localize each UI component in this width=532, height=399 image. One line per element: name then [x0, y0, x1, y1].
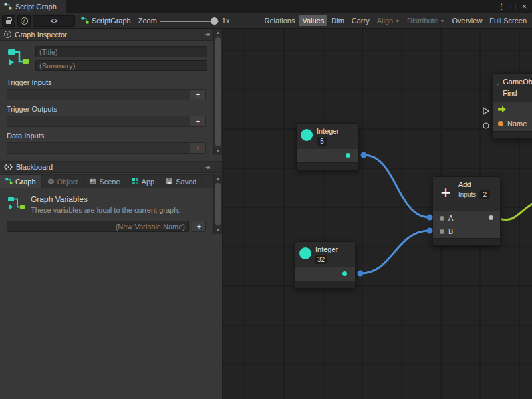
zoom-slider[interactable]	[160, 15, 219, 27]
node-integer-5[interactable]: Integer 5	[296, 123, 359, 170]
tab-object[interactable]: Object	[42, 175, 84, 188]
relations-button[interactable]: Relations	[261, 15, 299, 26]
window-tab-script-graph[interactable]: Script Graph	[0, 0, 66, 13]
graph-variables-icon	[7, 195, 25, 213]
input-port-a[interactable]	[440, 216, 444, 221]
scrollbar-thumb[interactable]	[215, 183, 221, 225]
window-close-icon[interactable]: ×	[519, 2, 529, 11]
zoom-label: Zoom	[138, 17, 157, 25]
graph-meta-fields	[35, 46, 207, 71]
integer-value-field[interactable]: 32	[315, 255, 327, 264]
blackboard-tabs: Graph Object Scene App Saved	[0, 174, 222, 188]
node-title-line1: GameObject	[503, 77, 532, 87]
zoom-value: 1x	[222, 17, 230, 25]
add-trigger-output-button[interactable]: +	[190, 116, 205, 126]
overview-button[interactable]: Overview	[449, 15, 486, 26]
plus-operator-icon: +	[437, 184, 454, 201]
trigger-outputs-list: +	[7, 116, 206, 127]
new-variable-input[interactable]	[7, 221, 189, 232]
graph-title-input[interactable]	[35, 46, 207, 57]
node-footer	[433, 238, 500, 245]
scroll-down-icon[interactable]: ▼	[214, 226, 222, 234]
wire-integer32-to-add-b[interactable]	[360, 231, 430, 273]
wire-add-output[interactable]	[499, 201, 532, 220]
inputs-count-field[interactable]: 2	[479, 190, 490, 199]
connection-endpoint[interactable]	[361, 152, 367, 158]
dock-panel-icon[interactable]: ⇥	[205, 31, 210, 38]
full-screen-button[interactable]: Full Screen	[486, 15, 530, 26]
new-variable-row: +	[7, 221, 206, 232]
trigger-outputs-label: Trigger Outputs	[7, 105, 206, 114]
connection-endpoint[interactable]	[427, 215, 433, 221]
node-add[interactable]: + Add Inputs 2 A B	[432, 176, 501, 246]
port-a-label: A	[448, 214, 453, 222]
value-input-port[interactable]	[483, 123, 489, 129]
chevron-down-icon: ▼	[395, 19, 400, 23]
control-input-port[interactable]	[483, 107, 489, 115]
window-menu-icon[interactable]: ⋮	[497, 2, 507, 11]
value-port-circle-icon	[483, 123, 489, 129]
graph-toolbar: i <> ScriptGraph Zoom 1x Relations Value…	[0, 13, 532, 29]
tab-app[interactable]: App	[126, 175, 161, 188]
name-port-row: Name	[493, 116, 532, 131]
graph-variables-title: Graph Variables	[31, 195, 180, 204]
output-port[interactable]	[346, 153, 350, 158]
align-button[interactable]: Align▼	[374, 15, 403, 26]
scroll-up-icon[interactable]: ▲	[214, 174, 222, 182]
scroll-up-icon[interactable]: ▲	[214, 29, 222, 37]
zoom-slider-track[interactable]	[160, 21, 219, 22]
zoom-slider-handle[interactable]	[211, 17, 218, 25]
carry-button[interactable]: Carry	[348, 15, 373, 26]
node-integer-32[interactable]: Integer 32	[295, 241, 356, 289]
graph-summary-input[interactable]	[35, 60, 207, 71]
output-port[interactable]	[342, 271, 347, 276]
node-header: Integer 5	[297, 124, 358, 149]
tab-graph[interactable]: Graph	[0, 175, 42, 188]
code-preview-button[interactable]: <>	[33, 15, 75, 27]
input-port-b[interactable]	[440, 229, 444, 234]
connection-endpoint[interactable]	[427, 228, 433, 234]
connection-endpoint[interactable]	[358, 271, 364, 277]
node-gameobject-find[interactable]: GameObject Find Name	[492, 73, 532, 139]
dock-panel-icon[interactable]: ⇥	[205, 164, 210, 171]
graph-breadcrumb-label: ScriptGraph	[92, 17, 131, 25]
integer-value-field[interactable]: 5	[317, 137, 327, 146]
blackboard-scrollbar: ▲ ▼	[213, 174, 222, 234]
tab-scene[interactable]: Scene	[84, 175, 126, 188]
add-trigger-input-button[interactable]: +	[190, 90, 205, 100]
dim-button[interactable]: Dim	[328, 15, 348, 26]
wire-integer5-to-add-a[interactable]	[364, 155, 430, 217]
node-header: + Add Inputs 2	[433, 177, 500, 211]
node-ports	[295, 267, 355, 281]
lock-button[interactable]	[2, 15, 15, 27]
variables-icon	[4, 164, 13, 170]
values-button[interactable]: Values	[299, 15, 327, 26]
blackboard-title: Blackboard	[16, 163, 201, 171]
tab-saved[interactable]: Saved	[160, 175, 202, 188]
graph-icon	[81, 17, 89, 25]
node-ports	[297, 149, 358, 162]
blackboard-header: Blackboard ⇥	[0, 161, 222, 173]
scroll-down-icon[interactable]: ▼	[214, 147, 222, 155]
distribute-button[interactable]: Distribute▼	[404, 15, 448, 26]
gameobject-cube-icon	[497, 77, 499, 92]
info-icon: i	[4, 31, 11, 38]
add-data-input-button[interactable]: +	[190, 143, 205, 153]
node-footer	[295, 281, 355, 288]
node-header: GameObject Find	[493, 74, 532, 102]
trigger-inputs-label: Trigger Inputs	[7, 78, 206, 87]
window-maximize-icon[interactable]: □	[508, 2, 518, 11]
integer-type-icon	[301, 129, 313, 141]
graph-canvas[interactable]: Integer 5 Integer 32	[223, 29, 532, 399]
output-port[interactable]	[489, 215, 493, 220]
control-port-row	[493, 102, 532, 116]
node-title: Integer	[315, 245, 338, 254]
scrollbar-thumb[interactable]	[215, 37, 221, 146]
graph-breadcrumb[interactable]: ScriptGraph	[81, 17, 131, 25]
inspect-button[interactable]: i	[17, 15, 31, 27]
name-input-port[interactable]	[498, 121, 503, 126]
control-flow-arrow-icon[interactable]	[498, 106, 507, 113]
graph-inspector-header: i Graph Inspector ⇥	[0, 29, 222, 41]
side-panel: i Graph Inspector ⇥ Trigger Inputs + Tr	[0, 29, 223, 399]
add-variable-button[interactable]: +	[192, 221, 206, 232]
